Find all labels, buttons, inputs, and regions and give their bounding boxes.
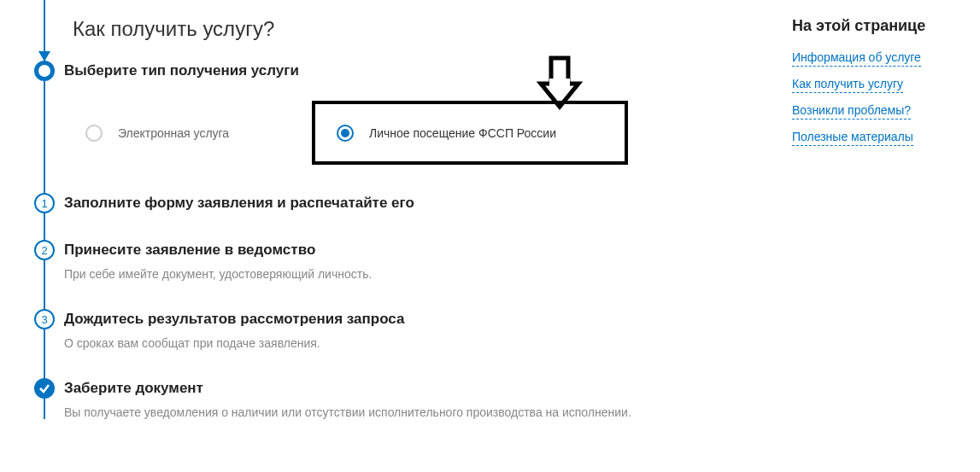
sidebar-link-how[interactable]: Как получить услугу — [792, 77, 903, 93]
radio-dot-icon — [341, 129, 349, 137]
sidebar-link-problems[interactable]: Возникли проблемы? — [792, 103, 911, 119]
arrow-down-start-icon — [34, 0, 55, 67]
radio-option-electronic[interactable]: Электронная услуга — [64, 101, 312, 165]
sidebar-nav: На этой странице Информация об услуге Ка… — [775, 17, 980, 419]
step-marker-1: 1 — [34, 193, 55, 213]
step-title-3: Дождитесь результатов рассмотрения запро… — [64, 311, 775, 328]
step-title-1: Заполните форму заявления и распечатайте… — [64, 195, 775, 212]
page-title: Как получить услугу? — [73, 17, 775, 41]
step-desc-final: Вы получаете уведомления о наличии или о… — [64, 405, 775, 419]
step-title-final: Заберите документ — [64, 380, 775, 397]
step-title-select-type: Выберите тип получения услуги — [64, 62, 775, 79]
sidebar-link-materials[interactable]: Полезные материалы — [792, 130, 913, 146]
step-marker-3: 3 — [34, 309, 55, 329]
radio-label-personal: Личное посещение ФССП России — [369, 126, 556, 140]
radio-option-personal[interactable]: Личное посещение ФССП России — [312, 101, 628, 165]
step-desc-2: При себе имейте документ, удостоверяющий… — [64, 267, 775, 281]
check-icon — [38, 382, 50, 394]
svg-rect-4 — [549, 79, 570, 87]
step-desc-3: О сроках вам сообщат при подаче заявлени… — [64, 336, 775, 350]
step-title-2: Принесите заявление в ведомство — [64, 242, 775, 259]
radio-selected-icon — [337, 125, 354, 142]
step-marker-2: 2 — [34, 240, 55, 260]
radio-label-electronic: Электронная услуга — [118, 126, 229, 140]
step-marker-start — [34, 61, 55, 81]
radio-unselected-icon — [85, 125, 103, 142]
step-marker-check — [34, 378, 55, 399]
sidebar-link-info[interactable]: Информация об услуге — [792, 50, 921, 67]
sidebar-title: На этой странице — [792, 17, 959, 35]
